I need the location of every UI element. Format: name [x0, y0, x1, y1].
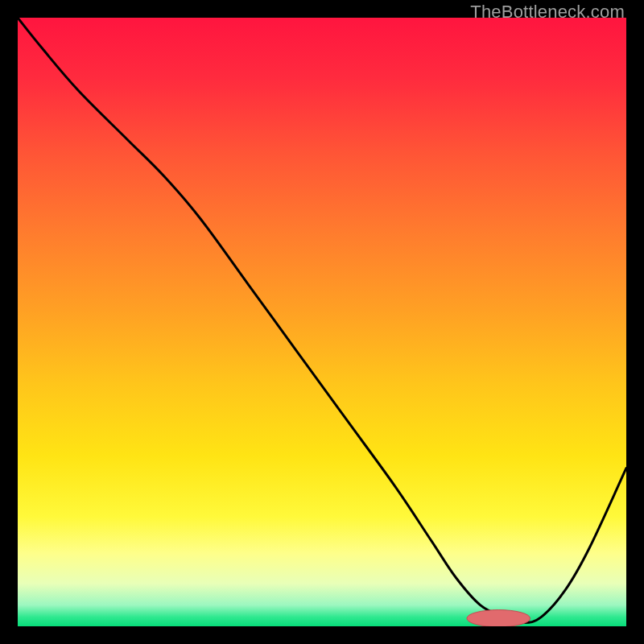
bottleneck-chart — [18, 18, 626, 626]
chart-frame — [18, 18, 626, 626]
optimal-marker — [467, 610, 530, 626]
heatmap-background — [18, 18, 626, 626]
watermark-text: TheBottleneck.com — [470, 2, 625, 23]
